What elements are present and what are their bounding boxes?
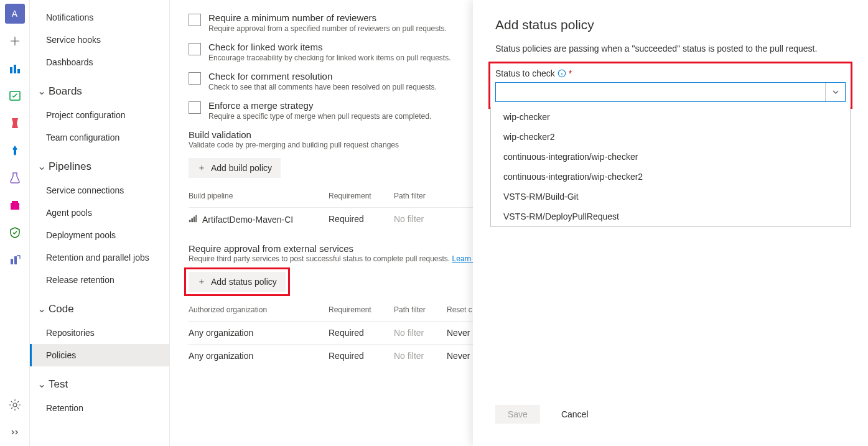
- rail-history-icon[interactable]: [5, 250, 25, 270]
- sidebar-item-label: Deployment pools: [46, 230, 116, 240]
- rail-avatar[interactable]: A: [5, 4, 25, 24]
- rail-add[interactable]: [5, 31, 25, 51]
- dropdown-option[interactable]: continuous-integration/wip-checker: [491, 147, 850, 167]
- status-to-check-field-highlight: Status to check *: [490, 63, 851, 107]
- col-head: Build pipeline: [189, 192, 329, 200]
- rail-testplans-icon[interactable]: [5, 168, 25, 188]
- sidebar-item-dashboards[interactable]: Dashboards: [30, 51, 169, 73]
- dropdown-option[interactable]: VSTS-RM/Build-Git: [491, 187, 850, 207]
- sidebar-item-label: Agent pools: [46, 208, 92, 218]
- svg-rect-5: [12, 201, 18, 203]
- policy-desc: Require approval from a specified number…: [208, 24, 447, 33]
- cell-value: No filter: [394, 328, 447, 338]
- rail-shield-icon[interactable]: [5, 223, 25, 243]
- col-head: Path filter: [394, 192, 447, 200]
- rail-repos-icon[interactable]: [5, 113, 25, 133]
- chk-min-reviewers[interactable]: [189, 14, 201, 26]
- cancel-button[interactable]: Cancel: [549, 405, 601, 424]
- sidebar-item-policies[interactable]: Policies: [30, 344, 169, 366]
- sidebar-item-release-retention[interactable]: Release retention: [30, 269, 169, 291]
- chevron-down-icon[interactable]: [825, 83, 845, 101]
- svg-rect-0: [10, 67, 12, 73]
- col-head: Path filter: [394, 305, 447, 314]
- chevron-down-icon: ⌄: [37, 160, 46, 173]
- col-head: Authorized organization: [189, 305, 329, 314]
- pipeline-icon: [189, 214, 197, 225]
- status-to-check-label: Status to check *: [495, 68, 846, 78]
- sidebar-group-boards[interactable]: ⌄Boards: [30, 78, 169, 104]
- svg-rect-1: [14, 65, 16, 73]
- sidebar-item-service-connections[interactable]: Service connections: [30, 179, 169, 202]
- sidebar-group-pipelines[interactable]: ⌄Pipelines: [30, 154, 169, 179]
- dropdown-option[interactable]: continuous-integration/wip-checker2: [491, 167, 850, 187]
- dropdown-option[interactable]: VSTS-RM/DeployPullRequest: [491, 207, 850, 226]
- add-build-policy-button[interactable]: ＋ Add build policy: [189, 158, 281, 178]
- sidebar-item-label: Repositories: [46, 328, 95, 338]
- sidebar-group-label: Boards: [49, 85, 82, 98]
- policy-title: Require a minimum number of reviewers: [208, 12, 447, 23]
- sidebar-item-label: Project configuration: [46, 110, 126, 120]
- dropdown-option[interactable]: wip-checker: [491, 107, 850, 127]
- chevron-down-icon: ⌄: [37, 378, 46, 391]
- svg-point-8: [13, 403, 17, 407]
- sidebar-item-notifications[interactable]: Notifications: [30, 6, 169, 29]
- cell-value: Required: [329, 328, 394, 338]
- sidebar-item-agent-pools[interactable]: Agent pools: [30, 202, 169, 224]
- col-head: Requirement: [329, 192, 394, 200]
- sidebar-item-label: Retention and parallel jobs: [46, 253, 149, 262]
- sidebar-item-retention-parallel[interactable]: Retention and parallel jobs: [30, 246, 169, 269]
- cell-value: Required: [329, 351, 394, 361]
- button-label: Add status policy: [211, 277, 277, 287]
- sidebar-group-label: Pipelines: [49, 160, 91, 173]
- sidebar-item-label: Notifications: [46, 12, 93, 22]
- rail-settings-icon[interactable]: [5, 395, 25, 415]
- settings-sidebar: Notifications Service hooks Dashboards ⌄…: [30, 0, 170, 446]
- chk-merge-strategy[interactable]: [189, 101, 201, 114]
- sidebar-item-test-retention[interactable]: Retention: [30, 397, 169, 419]
- policy-desc: Encourage traceability by checking for l…: [208, 53, 451, 62]
- svg-rect-11: [194, 216, 195, 222]
- rail-boards-icon[interactable]: [5, 86, 25, 106]
- cell-value: No filter: [394, 214, 447, 225]
- info-icon[interactable]: [558, 69, 566, 78]
- chevron-down-icon: ⌄: [37, 302, 46, 315]
- sidebar-item-repositories[interactable]: Repositories: [30, 322, 169, 344]
- blade-desc: Status policies are passing when a "succ…: [495, 44, 846, 53]
- svg-rect-7: [14, 256, 17, 264]
- policy-desc: Check to see that all comments have been…: [208, 83, 437, 91]
- policy-desc: Require a specific type of merge when pu…: [208, 112, 431, 121]
- sidebar-item-service-hooks[interactable]: Service hooks: [30, 29, 169, 51]
- svg-rect-4: [11, 203, 19, 210]
- sidebar-group-test[interactable]: ⌄Test: [30, 371, 169, 397]
- chk-linked-work-items[interactable]: [189, 43, 201, 55]
- sidebar-item-deployment-pools[interactable]: Deployment pools: [30, 224, 169, 246]
- col-head: Requirement: [329, 305, 394, 314]
- sidebar-item-project-config[interactable]: Project configuration: [30, 104, 169, 126]
- policy-title: Check for linked work items: [208, 42, 451, 52]
- add-status-policy-button[interactable]: ＋ Add status policy: [189, 272, 286, 292]
- svg-rect-9: [189, 220, 191, 223]
- cell-value: Any organization: [189, 351, 329, 361]
- button-label: Add build policy: [211, 163, 272, 173]
- svg-rect-12: [195, 215, 197, 222]
- chk-comment-resolution[interactable]: [189, 72, 201, 85]
- status-dropdown-list: wip-checker wip-checker2 continuous-inte…: [490, 107, 851, 227]
- rail-dashboard-icon[interactable]: [5, 58, 25, 78]
- rail-artifacts-icon[interactable]: [5, 195, 25, 215]
- required-mark: *: [569, 68, 572, 78]
- rail-pipelines-icon[interactable]: [5, 141, 25, 160]
- sidebar-group-code[interactable]: ⌄Code: [30, 296, 169, 322]
- rail-expand-icon[interactable]: [5, 422, 25, 442]
- dropdown-option[interactable]: wip-checker2: [491, 127, 850, 147]
- add-status-policy-blade: Add status policy Status policies are pa…: [473, 0, 868, 446]
- sidebar-item-label: Retention: [46, 403, 83, 413]
- sidebar-item-label: Team configuration: [46, 132, 119, 142]
- status-to-check-combobox[interactable]: [495, 82, 846, 102]
- sidebar-item-label: Policies: [46, 350, 76, 360]
- cell-value: Required: [329, 214, 394, 225]
- blade-title: Add status policy: [495, 17, 846, 32]
- sidebar-item-team-config[interactable]: Team configuration: [30, 126, 169, 149]
- status-to-check-input[interactable]: [496, 83, 825, 101]
- save-button[interactable]: Save: [495, 405, 540, 424]
- svg-rect-10: [191, 218, 193, 222]
